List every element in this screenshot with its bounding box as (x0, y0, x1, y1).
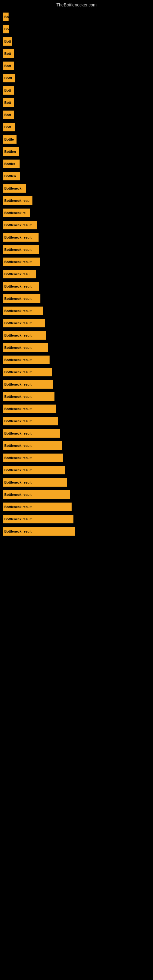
bar-label: Bott (3, 37, 12, 46)
site-title: TheBottlenecker.com (0, 0, 153, 9)
bar-item: Bottleneck re (3, 208, 150, 218)
bar-label: Bott (3, 86, 14, 95)
bar-label: Bottleneck result (3, 319, 45, 328)
bar-item: Bottlen (3, 171, 150, 181)
bar-item: Bottleneck result (3, 428, 150, 439)
bar-item: Bottleneck result (3, 416, 150, 426)
bar-item: Bottleneck result (3, 257, 150, 267)
bar-label: Bottleneck result (3, 392, 54, 401)
bar-label: Bottleneck result (3, 368, 52, 376)
bar-label: Bottleneck result (3, 294, 40, 303)
bar-item: Bottlen (3, 146, 150, 157)
bar-item: Bottler (3, 159, 150, 169)
bar-label: Bottler (3, 159, 19, 168)
bar-label: Bottleneck result (3, 221, 37, 229)
bar-label: Bott (3, 62, 14, 70)
bar-label: Bottleneck result (3, 258, 40, 266)
bar-label: Bo (3, 13, 9, 21)
bar-label: Bottleneck result (3, 404, 56, 413)
bar-label: Bottle (3, 135, 16, 144)
bar-item: Bottleneck result (3, 220, 150, 230)
bar-item: Bottleneck result (3, 453, 150, 463)
bar-label: Bottleneck result (3, 490, 70, 499)
bar-label: Bottleneck result (3, 233, 38, 242)
bar-item: Bott (3, 122, 150, 132)
bar-item: Bottleneck result (3, 391, 150, 402)
bar-label: Bottl (3, 74, 15, 83)
bar-label: Bottleneck result (3, 245, 39, 254)
bar-label: Bottleneck result (3, 527, 75, 536)
bar-item: Bottleneck result (3, 526, 150, 536)
bar-item: Bottleneck result (3, 379, 150, 390)
bar-label: Bottleneck r (3, 184, 26, 192)
bar-label: Bottleneck result (3, 307, 43, 315)
bar-item: Bott (3, 85, 150, 95)
bar-label: Bottleneck result (3, 453, 63, 462)
bar-label: Bottleneck result (3, 478, 67, 487)
bar-item: Bottleneck result (3, 305, 150, 316)
bar-item: Bottleneck result (3, 477, 150, 488)
bar-label: Bottleneck result (3, 282, 39, 291)
bar-label: Bottleneck result (3, 503, 72, 511)
bar-item: Bottleneck result (3, 465, 150, 475)
bar-label: Bottleneck re (3, 208, 30, 217)
bar-item: Bottleneck resu (3, 196, 150, 206)
bar-item: Bottleneck result (3, 514, 150, 524)
bar-label: Bottleneck result (3, 331, 46, 340)
bar-item: Bottleneck resu (3, 269, 150, 279)
bar-label: Bott (3, 111, 14, 119)
bar-label: Bott (3, 98, 14, 107)
bar-item: Bottl (3, 73, 150, 83)
bar-label: Bottleneck result (3, 356, 49, 364)
bar-item: Bottleneck result (3, 441, 150, 451)
bar-item: Bott (3, 36, 150, 46)
bar-item: Bottleneck result (3, 232, 150, 243)
bar-label: Bottleneck result (3, 343, 48, 352)
bar-item: Bottleneck result (3, 293, 150, 304)
bar-label: Bottleneck result (3, 441, 62, 450)
bar-label: Bottleneck result (3, 466, 65, 474)
bar-item: Bottleneck result (3, 367, 150, 377)
bar-label: Bottleneck result (3, 380, 53, 389)
bar-label: Bottleneck resu (3, 270, 36, 278)
bar-label: Bottleneck resu (3, 196, 32, 205)
bar-item: Bottleneck result (3, 281, 150, 291)
bar-item: Bottleneck result (3, 355, 150, 365)
bar-item: Bott (3, 60, 150, 71)
bar-item: Bott (3, 110, 150, 120)
bar-label: Bottleneck result (3, 417, 58, 425)
bar-label: Bottleneck result (3, 515, 73, 523)
bar-item: Bottleneck result (3, 318, 150, 328)
bar-item: Bott (3, 97, 150, 108)
bar-item: Bo (3, 12, 150, 22)
bar-item: Bottleneck result (3, 502, 150, 512)
bar-item: Bottleneck result (3, 244, 150, 255)
bar-label: Bottlen (3, 147, 19, 156)
bar-item: Bott (3, 48, 150, 59)
bar-item: Bo (3, 24, 150, 34)
bar-label: Bottlen (3, 172, 20, 180)
bar-item: Bottleneck result (3, 342, 150, 353)
bar-label: Bottleneck result (3, 429, 60, 438)
bar-item: Bottleneck result (3, 330, 150, 340)
bar-item: Bottleneck result (3, 489, 150, 500)
bar-label: Bo (3, 25, 9, 33)
bar-item: Bottle (3, 134, 150, 145)
bar-item: Bottleneck result (3, 404, 150, 414)
bar-label: Bott (3, 123, 15, 131)
bar-item: Bottleneck r (3, 183, 150, 194)
bar-label: Bott (3, 49, 14, 58)
